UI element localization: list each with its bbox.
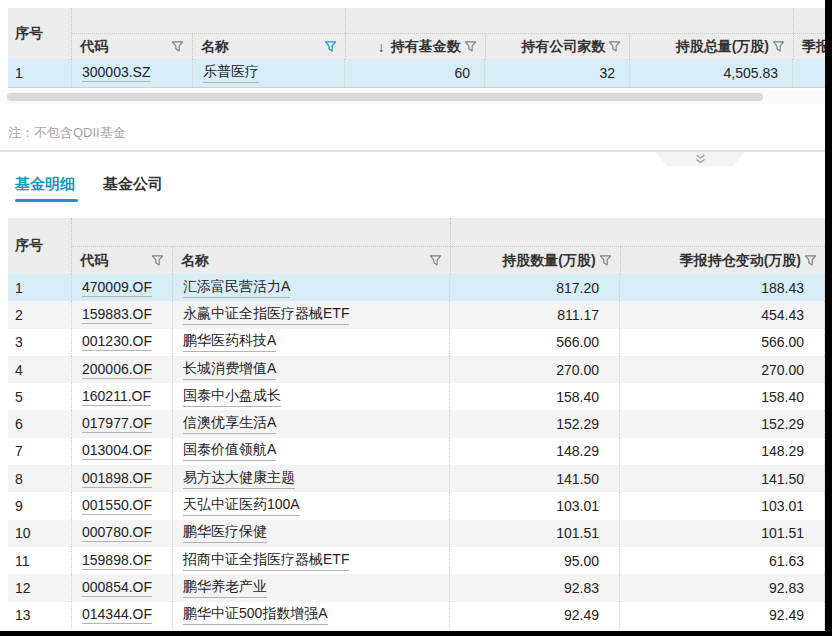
table-row[interactable]: 10 000780.OF 鹏华医疗保健 101.51 101.51 [8, 520, 825, 547]
stock-table-header: 序号 代码 名称 ↓ [8, 8, 832, 59]
column-header-company-count[interactable]: 持有公司家数 [486, 34, 631, 59]
collapse-panel-button[interactable] [656, 152, 744, 166]
fund-name-link[interactable]: 永赢中证全指医疗器械ETF [183, 305, 349, 325]
table-row[interactable]: 9 001550.OF 天弘中证医药100A 103.01 103.01 [8, 492, 825, 519]
fund-code-link[interactable]: 159883.OF [82, 306, 152, 324]
quarter-change-cell: 566.00 [620, 329, 825, 356]
filter-icon[interactable] [429, 254, 442, 267]
scrollbar-thumb[interactable] [7, 93, 763, 101]
active-tab-underline [15, 199, 78, 202]
column-header-label: 代码 [80, 252, 108, 270]
table-row[interactable]: 12 000854.OF 鹏华养老产业 92.83 92.83 [8, 574, 825, 601]
fund-code-link[interactable]: 001550.OF [82, 497, 152, 515]
column-header-fund-count[interactable]: ↓ 持有基金数 [346, 34, 486, 59]
table-footnote: 注：不包含QDII基金 [8, 124, 126, 142]
fund-name-link[interactable]: 汇添富民营活力A [183, 278, 290, 298]
fund-code-link[interactable]: 470009.OF [82, 279, 152, 297]
holding-qty-cell: 566.00 [450, 329, 620, 356]
fund-code-cell: 017977.OF [72, 410, 173, 437]
filter-icon[interactable] [151, 254, 164, 267]
column-header-name[interactable]: 名称 [193, 34, 345, 59]
row-seq: 5 [8, 383, 72, 410]
fund-code-link[interactable]: 013004.OF [82, 442, 152, 460]
fund-name-cell: 易方达大健康主题 [173, 465, 450, 492]
filter-icon[interactable] [608, 40, 621, 53]
total-shares-cell: 4,505.83 [630, 59, 793, 87]
header-group-spacer [346, 8, 793, 34]
fund-name-link[interactable]: 信澳优享生活A [183, 414, 276, 434]
tab-fund-companies[interactable]: 基金公司 [103, 175, 163, 194]
fund-name-link[interactable]: 鹏华养老产业 [183, 578, 267, 598]
fund-name-link[interactable]: 国泰价值领航A [183, 441, 276, 461]
holding-qty-cell: 811.17 [450, 301, 620, 328]
table-row[interactable]: 7 013004.OF 国泰价值领航A 148.29 148.29 [8, 438, 825, 465]
column-header-seq[interactable]: 序号 [8, 8, 72, 59]
table-row[interactable]: 5 160211.OF 国泰中小盘成长 158.40 158.40 [8, 383, 825, 410]
column-header-name[interactable]: 名称 [173, 247, 450, 274]
fund-name-link[interactable]: 天弘中证医药100A [183, 496, 300, 516]
fund-name-link[interactable]: 鹏华中证500指数增强A [183, 605, 328, 625]
fund-name-cell: 招商中证全指医疗器械ETF [173, 547, 450, 574]
fund-name-link[interactable]: 长城消费增值A [183, 360, 276, 380]
fund-name-link[interactable]: 易方达大健康主题 [183, 469, 295, 489]
row-seq: 4 [8, 356, 72, 383]
fund-name-link[interactable]: 鹏华医疗保健 [183, 523, 267, 543]
fund-name-link[interactable]: 国泰中小盘成长 [183, 387, 281, 407]
fund-code-link[interactable]: 000780.OF [82, 524, 152, 542]
column-header-label: 代码 [80, 38, 108, 56]
header-group-spacer [72, 218, 450, 247]
column-header-code[interactable]: 代码 [72, 34, 193, 59]
fund-code-cell: 001550.OF [72, 492, 173, 519]
table-row[interactable]: 4 200006.OF 长城消费增值A 270.00 270.00 [8, 356, 825, 383]
column-header-seq[interactable]: 序号 [8, 218, 72, 274]
quarter-change-cell: 92.49 [620, 602, 825, 629]
fund-name-cell: 鹏华养老产业 [173, 574, 450, 601]
table-row[interactable]: 3 001230.OF 鹏华医药科技A 566.00 566.00 [8, 329, 825, 356]
fund-code-link[interactable]: 001230.OF [82, 333, 152, 351]
row-seq: 13 [8, 602, 72, 629]
fund-name-link[interactable]: 招商中证全指医疗器械ETF [183, 551, 349, 571]
table-row[interactable]: 1 300003.SZ 乐普医疗 60 32 4,505.83 [8, 59, 832, 88]
column-header-chg[interactable]: 季报持仓变动(万股) [621, 247, 825, 274]
column-header-code[interactable]: 代码 [72, 247, 173, 274]
column-header-qty[interactable]: 持股数量(万股) [451, 247, 621, 274]
filter-icon[interactable] [599, 254, 612, 267]
filter-icon-active[interactable] [324, 40, 337, 53]
tab-fund-details[interactable]: 基金明细 [15, 175, 75, 194]
fund-name-link[interactable]: 鹏华医药科技A [183, 332, 276, 352]
table-row[interactable]: 6 017977.OF 信澳优享生活A 152.29 152.29 [8, 410, 825, 437]
filter-icon[interactable] [464, 40, 477, 53]
filter-icon[interactable] [171, 40, 184, 53]
holding-qty-cell: 103.01 [450, 492, 620, 519]
table-row[interactable]: 1 470009.OF 汇添富民营活力A 817.20 188.43 [8, 274, 825, 301]
row-seq: 1 [8, 59, 72, 87]
fund-code-link[interactable]: 014344.OF [82, 606, 152, 624]
quarter-change-cell: 188.43 [620, 274, 825, 301]
fund-code-link[interactable]: 160211.OF [82, 388, 151, 406]
stock-name-link[interactable]: 乐普医疗 [203, 63, 259, 83]
table-row[interactable]: 11 159898.OF 招商中证全指医疗器械ETF 95.00 61.63 [8, 547, 825, 574]
fund-code-cell: 200006.OF [72, 356, 173, 383]
column-header-total-shares[interactable]: 持股总量(万股) [630, 34, 793, 59]
column-header-label: 名称 [201, 38, 229, 56]
section-divider [0, 150, 832, 152]
table-row[interactable]: 2 159883.OF 永赢中证全指医疗器械ETF 811.17 454.43 [8, 301, 825, 328]
filter-icon[interactable] [772, 40, 785, 53]
row-seq: 7 [8, 438, 72, 465]
stock-code-link[interactable]: 300003.SZ [82, 64, 151, 82]
table-row[interactable]: 13 014344.OF 鹏华中证500指数增强A 92.49 92.49 [8, 602, 825, 629]
holding-qty-cell: 152.29 [450, 410, 620, 437]
fund-name-cell: 信澳优享生活A [173, 410, 450, 437]
sort-desc-icon: ↓ [378, 39, 385, 55]
fund-code-link[interactable]: 159898.OF [82, 552, 152, 570]
filter-icon[interactable] [804, 254, 817, 267]
row-seq: 2 [8, 301, 72, 328]
fund-code-cell: 159883.OF [72, 301, 173, 328]
fund-code-link[interactable]: 001898.OF [82, 470, 152, 488]
table-row[interactable]: 8 001898.OF 易方达大健康主题 141.50 141.50 [8, 465, 825, 492]
fund-code-link[interactable]: 017977.OF [82, 415, 152, 433]
fund-code-link[interactable]: 200006.OF [82, 361, 152, 379]
fund-name-cell: 鹏华医药科技A [173, 329, 450, 356]
horizontal-scrollbar[interactable] [0, 90, 832, 104]
fund-code-link[interactable]: 000854.OF [82, 579, 152, 597]
